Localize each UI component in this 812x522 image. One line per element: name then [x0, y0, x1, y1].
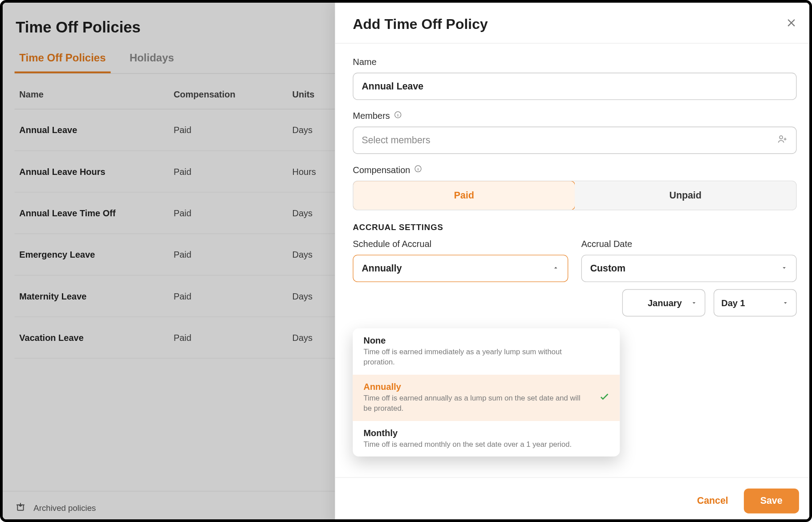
schedule-dropdown-list: None Time off is earned immediately as a…	[353, 328, 620, 457]
save-button[interactable]: Save	[743, 489, 799, 514]
panel-body: Name Members Select members	[335, 44, 812, 477]
compensation-unpaid[interactable]: Unpaid	[575, 181, 796, 210]
add-policy-panel: Add Time Off Policy Name Members	[335, 3, 812, 522]
panel-title: Add Time Off Policy	[353, 16, 487, 32]
info-icon	[394, 111, 402, 121]
caret-down-icon	[782, 298, 789, 308]
members-label: Members	[353, 111, 796, 121]
members-select[interactable]: Select members	[353, 127, 796, 154]
add-user-icon	[777, 134, 788, 147]
schedule-option-none[interactable]: None Time off is earned immediately as a…	[353, 328, 620, 375]
compensation-paid[interactable]: Paid	[353, 181, 575, 210]
accrual-day-dropdown[interactable]: Day 1	[714, 289, 797, 316]
month-value: January	[648, 298, 682, 308]
day-value: Day 1	[721, 298, 745, 308]
compensation-label: Compensation	[353, 165, 796, 175]
accrual-month-dropdown[interactable]: January	[622, 289, 706, 316]
caret-down-icon	[690, 298, 698, 308]
caret-down-icon	[781, 263, 788, 274]
cancel-button[interactable]: Cancel	[692, 490, 733, 512]
close-icon[interactable]	[785, 16, 798, 32]
members-placeholder: Select members	[361, 135, 430, 146]
schedule-option-annually[interactable]: Annually Time off is earned annually as …	[353, 374, 620, 421]
svg-point-1	[780, 136, 783, 139]
panel-footer: Cancel Save	[335, 477, 812, 522]
schedule-dropdown[interactable]: Annually	[353, 255, 568, 282]
accrual-date-value: Custom	[590, 263, 625, 274]
accrual-date-label: Accrual Date	[581, 239, 797, 249]
schedule-label: Schedule of Accrual	[353, 239, 568, 249]
info-icon	[414, 165, 422, 175]
accrual-section-title: Accrual Settings	[353, 222, 796, 231]
caret-up-icon	[552, 263, 559, 274]
panel-header: Add Time Off Policy	[335, 3, 812, 44]
schedule-option-monthly[interactable]: Monthly Time off is earned monthly on th…	[353, 421, 620, 457]
schedule-value: Annually	[361, 263, 402, 274]
compensation-segmented: Paid Unpaid	[353, 181, 796, 210]
accrual-date-dropdown[interactable]: Custom	[581, 255, 797, 282]
name-label: Name	[353, 57, 796, 67]
policy-name-input[interactable]	[353, 73, 796, 100]
check-icon	[598, 390, 610, 405]
